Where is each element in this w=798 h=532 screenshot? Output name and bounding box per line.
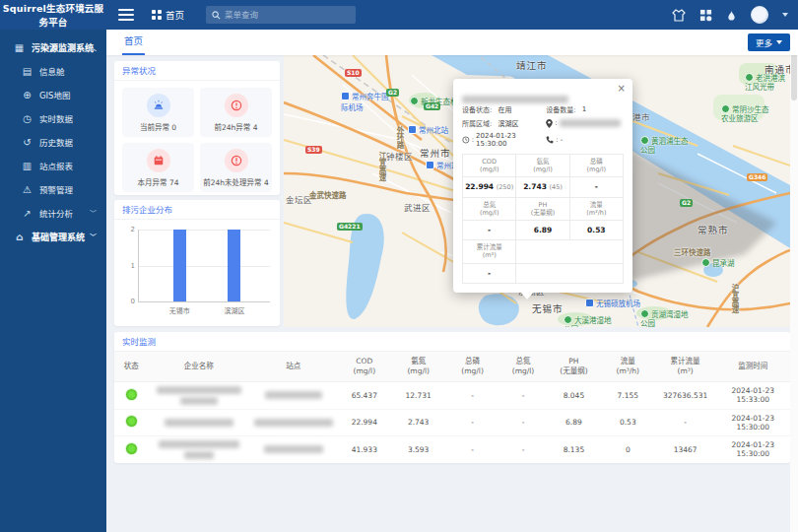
redacted-company-name: [157, 386, 241, 394]
map-label: 常阴沙生态农业旅游区: [721, 104, 772, 123]
card-current-abnormal[interactable]: 当前异常 0: [122, 88, 194, 137]
card-24h-abnormal[interactable]: 前24h异常 4: [200, 88, 272, 137]
road-shield: G346: [747, 173, 767, 181]
redacted-station-name: [264, 445, 323, 453]
region-value: 滨湖区: [499, 118, 519, 128]
table-row[interactable]: 41.9333.593--8.1350134672024-01-23 15:30…: [114, 435, 790, 463]
scrollbar[interactable]: [790, 30, 798, 532]
popup-phone: -: [561, 136, 564, 144]
status-dot: [126, 416, 137, 427]
station-info-popup: × 设备状态: 在用 设备数量: 1 所属区域: 滨湖区 : :2024-01-…: [453, 79, 632, 293]
caret-down-icon: ﹀: [90, 232, 97, 241]
y-tick: 0: [123, 298, 135, 305]
search-input[interactable]: [225, 10, 350, 20]
map-label: 江宜高速: [376, 152, 387, 181]
abnormal-status-panel: 异常状况 当前异常 0 前24h异常 4 本月异常 74: [114, 61, 280, 195]
redacted-company-name: [165, 419, 233, 427]
user-menu-caret-icon[interactable]: [782, 13, 788, 17]
map-label: 靖江市: [516, 58, 548, 72]
sidebar-item-statistics[interactable]: ↗ 统计分析 ﹀: [0, 201, 106, 225]
sidebar-item-info[interactable]: ▤ 信息舱: [0, 59, 106, 83]
search-icon: [212, 11, 221, 20]
monitor-table: 状态 企业名称 站点 COD(mg/l) 氨氮(mg/l) 总磷(mg/l) 总…: [114, 352, 790, 463]
history-data-icon: ↺: [22, 137, 33, 148]
popup-close-icon[interactable]: ×: [618, 83, 626, 94]
calendar-icon: [147, 149, 170, 172]
table-header-row: 状态 企业名称 站点 COD(mg/l) 氨氮(mg/l) 总磷(mg/l) 总…: [114, 352, 790, 381]
map-label: 昆承湖: [701, 258, 735, 269]
sidebar-item-base-system[interactable]: ⌂ 基础管理系统 ﹀: [0, 225, 106, 248]
status-dot: [126, 389, 137, 400]
hamburger-menu-icon[interactable]: [118, 9, 134, 21]
panel-title: 异常状况: [114, 61, 280, 81]
map-label: 常熟市: [698, 223, 729, 236]
gis-map-icon: ⊕: [22, 90, 33, 100]
gis-map[interactable]: 靖江市南通市常州市无锡市常熟市张家港市金坛区武进区钟楼区滨湖区常州奔牛国际机场常…: [284, 55, 790, 327]
breadcrumb-home-label: 首页: [166, 8, 184, 22]
map-label: 常州北站: [408, 124, 448, 135]
more-button[interactable]: 更多: [748, 33, 790, 51]
menu-search[interactable]: [206, 6, 356, 24]
tab-bar: 首页 更多: [106, 30, 798, 55]
sidebar-item-history-data[interactable]: ↺ 历史数据: [0, 130, 106, 154]
grid-icon: [152, 10, 162, 20]
platform-logo: Squirrel生态环境云服务平台: [0, 1, 106, 29]
y-tick: 2: [123, 226, 135, 233]
sidebar-item-pollution-system[interactable]: ▦ 污染源监测系统 ︿: [0, 35, 106, 59]
status-dot: [126, 443, 137, 454]
bar-wuxi[interactable]: [173, 230, 186, 301]
redacted-station-name: [462, 96, 568, 103]
map-label: 外环路: [394, 126, 405, 149]
user-avatar[interactable]: [751, 6, 768, 24]
road-shield: G4221: [337, 223, 363, 231]
redacted-address: [560, 119, 621, 127]
siren-icon: [147, 94, 170, 117]
flame-icon[interactable]: [726, 9, 737, 22]
map-label: 贡湖湾湿地公园: [640, 309, 692, 327]
popup-metrics-table: COD(mg/l) 氨氮(mg/l) 总磷(mg/l) 22.994 (250)…: [462, 154, 624, 284]
redacted-company-name: [159, 440, 239, 448]
map-label: 三环快速路: [674, 246, 711, 257]
more-caret-icon: [776, 40, 782, 44]
card-month-abnormal[interactable]: 本月异常 74: [122, 143, 194, 192]
map-label: 黄泗浦生态公园: [640, 136, 692, 155]
map-label: 老洪港滨江风光带: [745, 73, 790, 92]
caret-up-icon: ︿: [90, 42, 97, 52]
caret-down-icon: ﹀: [90, 208, 97, 218]
warning-circle-icon: [225, 149, 248, 172]
top-bar: Squirrel生态环境云服务平台 首页: [0, 0, 798, 30]
map-label: 沪宜高速: [729, 284, 740, 313]
layout-icon[interactable]: [699, 9, 712, 22]
map-label: 钟楼区: [386, 150, 413, 162]
panel-title: 实时监测: [114, 332, 790, 352]
app-root: Squirrel生态环境云服务平台 首页 ▦ 污染源监测系统 ︿ ▤ 信息舱: [0, 0, 798, 532]
factory-system-icon: ▦: [14, 42, 25, 53]
sidebar-item-gis-map[interactable]: ⊕ GIS地图: [0, 83, 106, 106]
map-label: 大溪港湿地公园: [564, 315, 615, 327]
card-24h-unhandled-abnormal[interactable]: 前24h未处理异常 4: [200, 143, 272, 192]
sidebar-item-alert-management[interactable]: ⚠ 预警管理: [0, 177, 106, 201]
table-row[interactable]: 65.43712.731--8.0457.155327636.5312024-0…: [114, 381, 790, 409]
y-tick: 1: [123, 262, 135, 270]
road-shield: S39: [305, 146, 322, 154]
tab-home[interactable]: 首页: [122, 30, 145, 55]
device-status-value: 在用: [499, 104, 512, 114]
phone-icon: [546, 136, 554, 144]
statistics-icon: ↗: [22, 208, 33, 219]
sidebar-nav: ▦ 污染源监测系统 ︿ ▤ 信息舱 ⊕ GIS地图 ◷ 实时数据 ↺ 历史数据 …: [0, 30, 106, 532]
map-label: 金坛区: [286, 193, 312, 205]
map-label: 无锡市: [532, 301, 564, 315]
bar-chart: 2 1 0 无锡市 滨湖区: [138, 230, 270, 302]
breadcrumb-home[interactable]: 首页: [152, 8, 184, 22]
panel-title: 排污企业分布: [114, 200, 280, 220]
map-label: 常州市: [420, 146, 451, 160]
table-row[interactable]: 22.9942.743--6.890.53-2024-01-23 15:30:0…: [114, 409, 790, 435]
bar-binhu[interactable]: [228, 230, 240, 301]
sidebar-item-station-report[interactable]: ▥ 站点报表: [0, 154, 106, 177]
sidebar-item-realtime-data[interactable]: ◷ 实时数据: [0, 106, 106, 130]
x-category: 无锡市: [169, 305, 190, 315]
theme-shirt-icon[interactable]: [672, 9, 686, 22]
alert-management-icon: ⚠: [22, 184, 33, 195]
road-shield: G2: [680, 199, 693, 207]
map-label: 金武快速路: [309, 189, 347, 200]
